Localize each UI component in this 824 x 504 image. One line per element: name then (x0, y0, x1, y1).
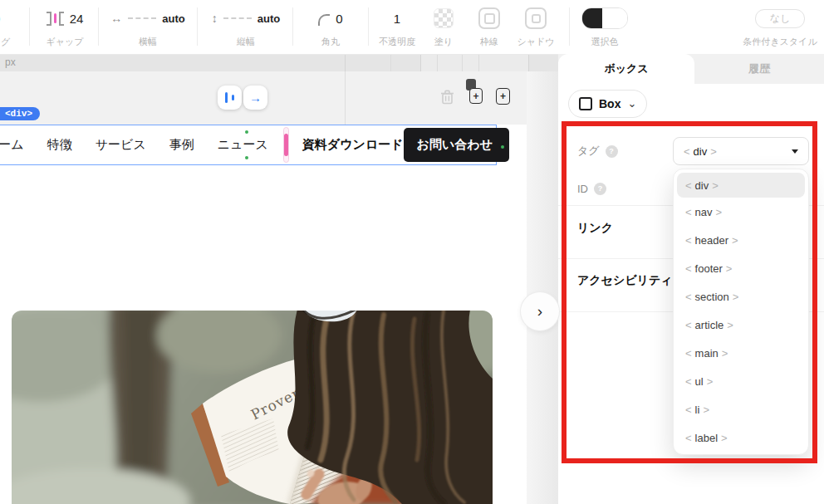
corner-radius-icon (318, 14, 330, 26)
toolbar-divider (29, 7, 30, 46)
tag-option-label[interactable]: < label > (674, 423, 808, 452)
flow-direction-button[interactable]: → (243, 86, 267, 110)
toolbar-divider (98, 7, 99, 46)
bracket-left: < (685, 404, 692, 416)
bracket-left: < (685, 206, 692, 218)
style-toolbar: 0 パディング 24 ギャップ ↔ auto 横幅 ↕ auto (0, 0, 824, 55)
ruler-divider (478, 54, 479, 71)
height-control[interactable]: ↕ auto 縦幅 (200, 0, 292, 54)
ruler-divider (420, 54, 421, 71)
opacity-control[interactable]: 1 不透明度 (370, 0, 424, 54)
horizontal-arrow-icon: ↔ (110, 12, 122, 25)
section-link[interactable]: リンク (577, 221, 613, 236)
fill-swatch-icon[interactable] (434, 8, 454, 28)
height-label: 縦幅 (237, 37, 255, 46)
width-value[interactable]: auto (162, 12, 184, 25)
spacing-dot (501, 145, 504, 149)
help-icon[interactable]: ? (606, 145, 618, 158)
bracket-left: < (685, 432, 692, 444)
tag-option-main[interactable]: < main > (674, 339, 808, 367)
chevron-right-icon: › (537, 307, 542, 316)
tag-option-header[interactable]: < header > (674, 226, 808, 254)
box-type-selector[interactable]: Box ⌄ (568, 90, 647, 118)
ruler-divider (437, 54, 438, 71)
bracket-right: > (712, 179, 719, 192)
site-navbar-element[interactable]: ホーム 特徴 サービス 事例 ニュース 資料ダウンロード お問い合わせ (0, 125, 497, 165)
bracket-left: < (685, 375, 692, 388)
shadow-swatch-icon[interactable] (525, 7, 547, 29)
panel-expand-button[interactable]: › (521, 292, 559, 330)
gap-control[interactable]: 24 ギャップ (33, 0, 96, 54)
delete-button[interactable] (439, 89, 455, 109)
border-control[interactable]: 枠線 (470, 0, 508, 54)
bracket-left: < (685, 234, 692, 247)
width-control[interactable]: ↔ auto 横幅 (101, 0, 194, 54)
radius-label: 角丸 (321, 37, 340, 46)
tag-field-row: タグ ? (577, 137, 618, 165)
padding-control[interactable]: 0 パディング (0, 0, 23, 54)
selected-element-tag-badge[interactable]: <div> (0, 107, 40, 120)
section-accessibility[interactable]: アクセシビリティ (577, 273, 673, 288)
hero-image-element[interactable]: Proverbs (12, 311, 493, 504)
nav-item-features[interactable]: 特徴 (47, 137, 72, 153)
toolbar-divider (197, 7, 198, 46)
tag-field-label: タグ (577, 144, 600, 159)
box-icon (579, 97, 592, 110)
toolbar-divider (368, 7, 369, 46)
bracket-right: > (703, 404, 709, 416)
nav-item-news[interactable]: ニュース (218, 137, 268, 153)
opacity-value[interactable]: 1 (394, 12, 400, 26)
selection-color-swatch-icon[interactable] (581, 7, 628, 29)
radius-value[interactable]: 0 (336, 12, 342, 26)
tag-option-nav[interactable]: < nav > (674, 198, 808, 226)
nav-item-services[interactable]: サービス (96, 137, 146, 153)
height-value[interactable]: auto (258, 12, 280, 25)
opacity-label: 不透明度 (379, 37, 415, 46)
canvas-guide-line (345, 71, 346, 125)
add-plus-icon: + (496, 88, 510, 105)
selection-color-control[interactable]: 選択色 (572, 0, 637, 54)
shadow-control[interactable]: シャドウ (515, 0, 557, 54)
bracket-right: > (721, 432, 728, 444)
border-swatch-icon[interactable] (478, 7, 500, 29)
tag-select[interactable]: < div > (673, 137, 809, 165)
spacing-dot (245, 130, 248, 134)
box-type-label: Box (599, 97, 620, 110)
insert-divider-button[interactable] (218, 86, 242, 110)
tag-option-article[interactable]: < article > (674, 311, 808, 339)
gap-value[interactable]: 24 (70, 12, 84, 26)
contact-button-label: お問い合わせ (417, 137, 493, 153)
bracket-left: < (685, 291, 692, 303)
bracket-right: > (722, 347, 728, 360)
radius-control[interactable]: 0 角丸 (296, 0, 365, 54)
gap-icon (47, 12, 64, 26)
fill-control[interactable]: 塗り (424, 0, 463, 54)
contact-button-element[interactable]: お問い合わせ (404, 128, 509, 162)
caret-down-icon (792, 149, 798, 154)
width-label: 横幅 (139, 37, 157, 46)
conditional-style-value[interactable]: なし (755, 9, 805, 28)
trash-icon (439, 89, 455, 105)
nav-item-download[interactable]: 資料ダウンロード (302, 137, 404, 153)
add-element-button[interactable]: + (496, 88, 510, 105)
help-icon[interactable]: ? (594, 183, 606, 195)
tag-option-div[interactable]: < div > (677, 173, 805, 198)
conditional-style-control[interactable]: なし 条件付きスタイル (725, 0, 824, 54)
tag-option-section[interactable]: < section > (674, 282, 808, 311)
tag-option-ul[interactable]: < ul > (674, 367, 808, 395)
tab-box[interactable]: ボックス (558, 54, 694, 84)
tab-history[interactable]: 履歴 (694, 54, 824, 84)
toolbar-divider (569, 7, 570, 46)
tag-option-li[interactable]: < li > (674, 395, 808, 423)
height-dashes (223, 17, 252, 19)
nav-item-cases[interactable]: 事例 (169, 137, 194, 153)
ruler-divider (528, 54, 529, 71)
nav-item-home[interactable]: ホーム (0, 137, 24, 153)
photo-woman-reading-book: Proverbs (12, 311, 493, 504)
chevron-down-icon: ⌄ (627, 100, 636, 108)
vertical-bars-icon (225, 92, 234, 103)
bracket-left: < (685, 347, 692, 360)
studio-editor: 0 パディング 24 ギャップ ↔ auto 横幅 ↕ auto (0, 0, 824, 504)
fill-label: 塗り (434, 37, 453, 46)
tag-option-footer[interactable]: < footer > (674, 254, 808, 282)
